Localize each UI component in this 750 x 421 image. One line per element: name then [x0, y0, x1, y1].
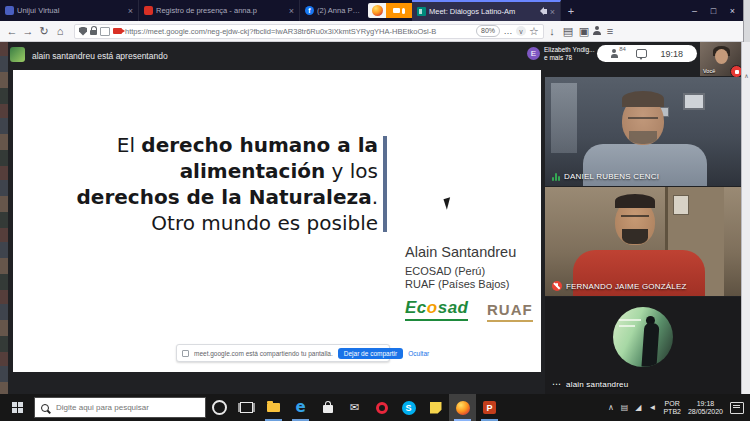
- language-indicator[interactable]: POR PTB2: [663, 400, 681, 416]
- mail-button[interactable]: ✉: [341, 394, 368, 421]
- url-text[interactable]: https://meet.google.com/neg-ejdw-ckj?fbc…: [125, 27, 473, 36]
- cortana-icon: [212, 400, 227, 415]
- home-icon[interactable]: ⌂: [52, 26, 68, 37]
- sidebar-icon[interactable]: ▣: [576, 26, 592, 37]
- meet-content: alain santandreu está apresentando E Eli…: [0, 42, 750, 394]
- scrollbar[interactable]: ∧: [741, 42, 750, 394]
- firefox-icon: [456, 401, 470, 415]
- permissions-icon[interactable]: [100, 27, 110, 36]
- taskbar-search[interactable]: [34, 397, 206, 418]
- tracking-shield-icon[interactable]: [79, 27, 87, 36]
- participant-more-count: e mais 78: [544, 54, 594, 62]
- library-icon[interactable]: ▤: [560, 26, 576, 37]
- slide-divider-bar: [383, 136, 387, 232]
- speaker-org-1: ECOSAD (Perú): [405, 265, 485, 277]
- page-actions-icon[interactable]: …: [503, 27, 513, 36]
- windows-logo-icon: [12, 402, 23, 413]
- self-view-thumbnail[interactable]: Você: [700, 42, 743, 76]
- participant-name: Elizabeth Yndig...: [544, 46, 594, 54]
- tab-registro-presenca[interactable]: Registro de presença - anna.p ×: [139, 0, 300, 21]
- system-tray: ∧ ▤ ◢ ◄ POR PTB2 19:18 28/05/2020: [608, 400, 750, 416]
- hidden-icons-chevron[interactable]: ∧: [608, 404, 614, 412]
- scroll-up-arrow[interactable]: ∧: [742, 72, 750, 79]
- tab-close-icon[interactable]: ×: [128, 6, 133, 16]
- wall-poster: [673, 195, 689, 215]
- close-button[interactable]: ×: [723, 0, 742, 21]
- powerpoint-button[interactable]: P: [476, 394, 503, 421]
- desktop-wallpaper-strip: [0, 42, 8, 394]
- action-center-icon[interactable]: [730, 402, 744, 414]
- pocket-icon[interactable]: v: [516, 26, 526, 36]
- file-explorer-button[interactable]: [260, 394, 287, 421]
- stop-sharing-button[interactable]: Dejar de compartir: [338, 348, 403, 359]
- task-view-button[interactable]: [233, 394, 260, 421]
- skype-button[interactable]: S: [395, 394, 422, 421]
- camera-in-use-icon[interactable]: [113, 28, 122, 34]
- video-name-label: FERNANDO JAIME GONZÁLEZ: [552, 281, 687, 291]
- account-icon[interactable]: [592, 26, 602, 36]
- glasses: [628, 117, 658, 124]
- search-icon: [41, 404, 49, 412]
- browser-tab-bar: Unijuí Virtual × Registro de presença - …: [0, 0, 750, 21]
- lock-icon[interactable]: [90, 30, 97, 35]
- speaker-org-2: RUAF (Países Bajos): [405, 278, 510, 290]
- sticky-notes-button[interactable]: [422, 394, 449, 421]
- zoom-level-badge[interactable]: 80%: [476, 25, 500, 37]
- new-tab-button[interactable]: +: [561, 0, 581, 21]
- bookmark-star-icon[interactable]: ☆: [529, 26, 539, 37]
- tray-network-icon[interactable]: ◢: [635, 404, 641, 412]
- video-tile-daniel[interactable]: DANIEL RUBENS CENCI: [545, 77, 741, 186]
- video-name-label: ⋯ alain santandreu: [552, 379, 628, 389]
- video-tile-alain[interactable]: ⋯ alain santandreu: [545, 297, 741, 394]
- firefox-button-active[interactable]: [449, 394, 476, 421]
- screen-sharing-indicator[interactable]: [368, 0, 412, 21]
- search-input[interactable]: [54, 402, 188, 413]
- tab-close-icon[interactable]: ×: [550, 7, 555, 17]
- edge-button[interactable]: e: [287, 394, 314, 421]
- hamburger-menu-icon[interactable]: ≡: [602, 26, 618, 37]
- presenting-banner: alain santandreu está apresentando: [32, 51, 168, 61]
- speaker-name: Alain Santandreu: [405, 244, 516, 260]
- opera-button[interactable]: [368, 394, 395, 421]
- tab-title: Unijuí Virtual: [17, 6, 125, 15]
- facebook-favicon: f: [305, 6, 314, 15]
- back-icon[interactable]: ←: [4, 26, 20, 37]
- cortana-button[interactable]: [206, 394, 233, 421]
- tray-volume-icon[interactable]: ◄: [649, 404, 657, 412]
- video-tile-fernando[interactable]: FERNANDO JAIME GONZÁLEZ: [545, 187, 741, 296]
- sticky-notes-icon: [430, 402, 442, 414]
- more-options-icon[interactable]: ⋯: [552, 379, 562, 389]
- screen-share-bar: meet.google.com está compartiendo tu pan…: [176, 344, 390, 362]
- slide-title: El derecho humano a la alimentación y lo…: [77, 132, 378, 236]
- tab-unijui[interactable]: Unijuí Virtual ×: [0, 0, 139, 21]
- participants-icon[interactable]: 84: [611, 49, 622, 58]
- participant-count: 84: [619, 46, 626, 52]
- tab-close-icon[interactable]: ×: [289, 6, 294, 16]
- maximize-button[interactable]: □: [704, 0, 723, 21]
- ecosad-logo: Ecosad: [405, 298, 468, 321]
- hide-share-bar-button[interactable]: Ocultar: [408, 350, 429, 357]
- reload-icon[interactable]: ↻: [36, 26, 52, 37]
- store-button[interactable]: [314, 394, 341, 421]
- wall-picture: [683, 93, 705, 110]
- edge-icon: e: [295, 400, 305, 415]
- forward-icon[interactable]: →: [20, 26, 36, 37]
- start-button[interactable]: [0, 394, 34, 421]
- audio-activity-icon: [552, 173, 560, 181]
- windows-taskbar: e ✉ S P ∧ ▤ ◢ ◄ POR PTB2 19:18 28/05/202…: [0, 394, 750, 421]
- powerpoint-icon: P: [483, 401, 496, 414]
- self-view-label: Você: [703, 68, 715, 74]
- tray-cloud-icon[interactable]: ▤: [621, 404, 629, 412]
- participant-name: FERNANDO JAIME GONZÁLEZ: [566, 282, 687, 291]
- chat-icon[interactable]: [636, 49, 647, 58]
- url-bar[interactable]: https://meet.google.com/neg-ejdw-ckj?fbc…: [74, 24, 544, 39]
- tab-audio-playing-icon[interactable]: [544, 9, 547, 14]
- camera-icon: [393, 8, 400, 13]
- participant-avatar-photo: [613, 307, 673, 367]
- clock[interactable]: 19:18 28/05/2020: [688, 400, 723, 416]
- downloads-icon[interactable]: ↓: [544, 26, 560, 37]
- microphone-muted-icon: [552, 281, 562, 291]
- minimize-button[interactable]: –: [685, 0, 704, 21]
- tab-meet-active[interactable]: Meet: Diálogos Latino-Am ×: [412, 0, 561, 21]
- tab-facebook[interactable]: f (2) Anna Paula Bagetti: [300, 0, 368, 21]
